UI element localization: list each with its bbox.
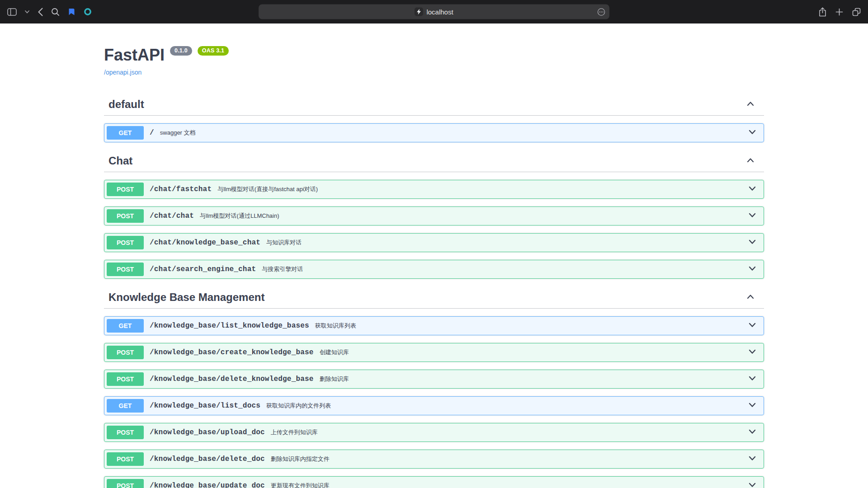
sections: default GET / swagger 文档 Chat: [104, 94, 764, 488]
endpoint-summary: 创建知识库: [320, 348, 349, 357]
endpoint-path: /knowledge_base/create_knowledge_base: [150, 348, 314, 357]
oas-badge: OAS 3.1: [198, 46, 229, 56]
address-center: localhost: [415, 8, 453, 16]
chevron-down-icon: [748, 211, 757, 221]
endpoint-row[interactable]: POST /knowledge_base/delete_doc 删除知识库内指定…: [104, 450, 764, 469]
tag-section-header[interactable]: Chat: [104, 150, 764, 172]
endpoint-expand-button[interactable]: [748, 264, 757, 275]
endpoint-path: /knowledge_base/list_docs: [150, 402, 260, 410]
endpoint-summary: 上传文件到知识库: [271, 428, 318, 436]
endpoint-row[interactable]: POST /knowledge_base/delete_knowledge_ba…: [104, 370, 764, 389]
chevron-down-icon: [748, 237, 757, 248]
tag-section: default GET / swagger 文档: [104, 94, 764, 142]
endpoint-summary: swagger 文档: [160, 129, 196, 137]
back-icon[interactable]: [38, 8, 43, 16]
endpoint-expand-button[interactable]: [748, 374, 757, 385]
page-settings-icon[interactable]: [597, 8, 605, 16]
method-badge: POST: [107, 209, 144, 223]
chevron-down-icon: [748, 480, 757, 488]
endpoint-summary: 删除知识库: [320, 375, 349, 383]
browser-toolbar: localhost: [0, 0, 868, 23]
method-badge: GET: [107, 126, 144, 140]
endpoint-path: /chat/chat: [150, 212, 194, 220]
endpoint-path: /knowledge_base/list_knowledge_bases: [150, 322, 309, 330]
chevron-down-icon: [748, 427, 757, 438]
endpoint-path: /knowledge_base/upload_doc: [150, 428, 265, 436]
extension-record-icon[interactable]: [84, 8, 92, 16]
tag-section-header[interactable]: default: [104, 94, 764, 116]
endpoint-expand-button[interactable]: [748, 237, 757, 248]
chevron-down-icon: [748, 454, 757, 465]
endpoint-summary: 与llm模型对话(直接与fastchat api对话): [217, 185, 318, 193]
chevron-up-icon: [746, 99, 755, 110]
endpoint-row[interactable]: POST /chat/search_engine_chat 与搜索引擎对话: [104, 260, 764, 279]
sidebar-toggle-icon[interactable]: [7, 8, 17, 16]
endpoint-row[interactable]: POST /knowledge_base/upload_doc 上传文件到知识库: [104, 423, 764, 442]
tag-section: Knowledge Base Management GET /knowledge…: [104, 286, 764, 488]
address-url: localhost: [426, 8, 453, 16]
endpoint-expand-button[interactable]: [748, 211, 757, 221]
section-title: default: [108, 98, 144, 111]
section-collapse-button[interactable]: [746, 156, 755, 166]
endpoint-expand-button[interactable]: [748, 184, 757, 195]
endpoint-row[interactable]: POST /knowledge_base/update_doc 更新现有文件到知…: [104, 476, 764, 488]
chevron-up-icon: [746, 292, 755, 303]
endpoint-path: /chat/fastchat: [150, 185, 212, 193]
address-bar[interactable]: localhost: [259, 5, 609, 19]
section-collapse-button[interactable]: [746, 99, 755, 110]
endpoint-row[interactable]: POST /chat/knowledge_base_chat 与知识库对话: [104, 233, 764, 252]
page-title: FastAPI 0.1.0 OAS 3.1: [104, 45, 764, 65]
method-badge: POST: [107, 452, 144, 466]
method-badge: POST: [107, 372, 144, 386]
endpoint-summary: 更新现有文件到知识库: [271, 482, 330, 488]
api-title-text: FastAPI: [104, 45, 165, 65]
tag-section-header[interactable]: Knowledge Base Management: [104, 286, 764, 309]
method-badge: POST: [107, 479, 144, 488]
openapi-spec-link[interactable]: /openapi.json: [104, 69, 142, 76]
method-badge: POST: [107, 183, 144, 196]
chevron-down-icon: [748, 264, 757, 275]
endpoint-summary: 删除知识库内指定文件: [271, 455, 330, 463]
endpoint-path: /knowledge_base/update_doc: [150, 482, 265, 488]
endpoint-expand-button[interactable]: [748, 400, 757, 411]
endpoint-summary: 与知识库对话: [266, 239, 302, 247]
endpoint-expand-button[interactable]: [748, 320, 757, 331]
endpoint-row[interactable]: GET / swagger 文档: [104, 123, 764, 142]
endpoint-row[interactable]: GET /knowledge_base/list_knowledge_bases…: [104, 316, 764, 335]
share-icon[interactable]: [819, 7, 826, 17]
endpoint-row[interactable]: GET /knowledge_base/list_docs 获取知识库内的文件列…: [104, 396, 764, 415]
endpoint-path: /knowledge_base/delete_doc: [150, 455, 265, 463]
search-icon[interactable]: [51, 8, 60, 16]
swagger-ui: FastAPI 0.1.0 OAS 3.1 /openapi.json defa…: [95, 23, 773, 488]
endpoint-expand-button[interactable]: [748, 427, 757, 438]
endpoint-expand-button[interactable]: [748, 454, 757, 465]
chevron-up-icon: [746, 156, 755, 166]
section-endpoints: POST /chat/fastchat 与llm模型对话(直接与fastchat…: [104, 180, 764, 279]
api-info: FastAPI 0.1.0 OAS 3.1 /openapi.json: [104, 23, 764, 76]
chevron-down-icon: [748, 184, 757, 195]
endpoint-summary: 获取知识库列表: [315, 322, 356, 330]
endpoint-path: /: [150, 129, 154, 137]
section-endpoints: GET /knowledge_base/list_knowledge_bases…: [104, 316, 764, 488]
chevron-down-icon: [748, 374, 757, 385]
extension-bookmark-icon[interactable]: [68, 8, 75, 16]
tab-overview-icon[interactable]: [852, 8, 861, 16]
endpoint-row[interactable]: POST /knowledge_base/create_knowledge_ba…: [104, 343, 764, 362]
endpoint-row[interactable]: POST /chat/fastchat 与llm模型对话(直接与fastchat…: [104, 180, 764, 199]
new-tab-icon[interactable]: [835, 8, 843, 16]
chevron-down-icon: [748, 400, 757, 411]
version-badge: 0.1.0: [170, 46, 192, 56]
endpoint-path: /knowledge_base/delete_knowledge_base: [150, 375, 314, 383]
method-badge: GET: [107, 319, 144, 333]
endpoint-expand-button[interactable]: [748, 347, 757, 358]
method-badge: POST: [107, 236, 144, 249]
endpoint-expand-button[interactable]: [748, 480, 757, 488]
sidebar-chevron-down-icon[interactable]: [25, 10, 29, 14]
endpoint-row[interactable]: POST /chat/chat 与llm模型对话(通过LLMChain): [104, 206, 764, 225]
endpoint-expand-button[interactable]: [748, 127, 757, 138]
section-title: Knowledge Base Management: [108, 291, 264, 304]
chevron-down-icon: [748, 347, 757, 358]
section-collapse-button[interactable]: [746, 292, 755, 303]
endpoint-summary: 与搜索引擎对话: [262, 265, 303, 273]
chevron-down-icon: [748, 320, 757, 331]
